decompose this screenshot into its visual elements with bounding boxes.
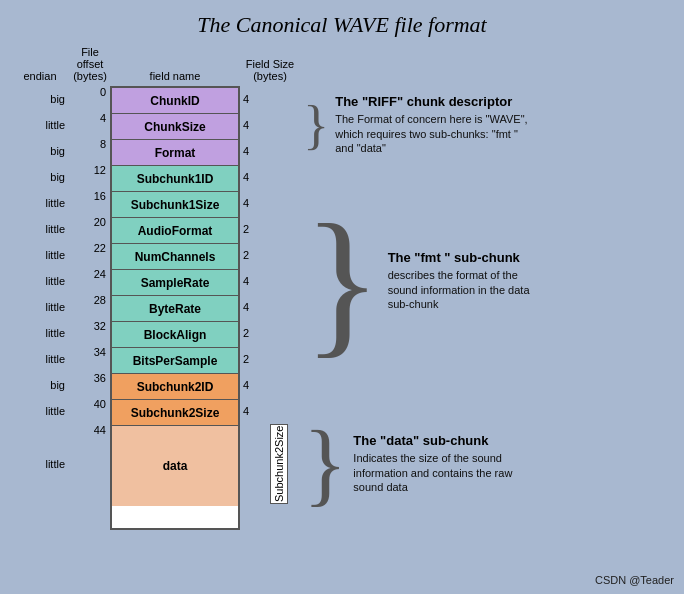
- endian-cell: little: [10, 346, 70, 372]
- size-cell: 4: [240, 164, 270, 190]
- annotation-title: The "fmt " sub-chunk: [388, 250, 533, 265]
- size-cell: 4: [240, 112, 270, 138]
- size-cell: 2: [240, 242, 270, 268]
- endian-cell: big: [10, 164, 70, 190]
- size-cell: 4: [240, 138, 270, 164]
- endian-cell: big: [10, 86, 70, 112]
- annotation-desc: Indicates the size of the sound informat…: [353, 451, 533, 496]
- annotation-text: The "fmt " sub-chunkdescribes the format…: [388, 250, 533, 313]
- offset-cell: 8: [70, 138, 110, 164]
- size-cell: 4: [240, 190, 270, 216]
- offset-cell: 12: [70, 164, 110, 190]
- endian-cell: little: [10, 268, 70, 294]
- annotation-title: The "RIFF" chunk descriptor: [335, 94, 533, 109]
- size-cell: 4: [240, 398, 270, 424]
- field-cell: Subchunk2Size: [112, 400, 238, 426]
- offset-column: 0481216202224283234364044: [70, 86, 110, 530]
- annotation-text: The "RIFF" chunk descriptorThe Format of…: [335, 94, 533, 157]
- annotation-block-riff: }The "RIFF" chunk descriptorThe Format o…: [303, 86, 533, 164]
- field-cell: Subchunk2ID: [112, 374, 238, 400]
- size-cell: 2: [240, 216, 270, 242]
- annotation-block-fmt: }The "fmt " sub-chunkdescribes the forma…: [303, 164, 533, 398]
- field-cell: Format: [112, 140, 238, 166]
- field-col-header: field name: [110, 70, 240, 82]
- field-cell: NumChannels: [112, 244, 238, 270]
- endian-cell: big: [10, 372, 70, 398]
- offset-cell: 4: [70, 112, 110, 138]
- endian-cell: little: [10, 112, 70, 138]
- offset-cell: 28: [70, 294, 110, 320]
- size-cell: [240, 424, 270, 504]
- offset-cell: 20: [70, 216, 110, 242]
- offset-cell: 36: [70, 372, 110, 398]
- offset-cell: 34: [70, 346, 110, 372]
- offset-cell: 40: [70, 398, 110, 424]
- offset-cell: 24: [70, 268, 110, 294]
- annotation-title: The "data" sub-chunk: [353, 433, 533, 448]
- offset-cell: 32: [70, 320, 110, 346]
- offset-cell: 16: [70, 190, 110, 216]
- bracket-icon: }: [303, 199, 382, 363]
- field-column: ChunkIDChunkSizeFormatSubchunk1IDSubchun…: [110, 86, 240, 530]
- endian-cell: little: [10, 294, 70, 320]
- subchunk2size-vertical-label: Subchunk2Size: [270, 424, 288, 504]
- size-cell: 4: [240, 294, 270, 320]
- page-title: The Canonical WAVE file format: [0, 0, 684, 46]
- offset-cell: 22: [70, 242, 110, 268]
- size-cell: 4: [240, 268, 270, 294]
- wave-table: biglittlebigbiglittlelittlelittlelittlel…: [0, 86, 684, 530]
- endian-col-header: endian: [10, 70, 70, 82]
- annotation-desc: The Format of concern here is "WAVE", wh…: [335, 112, 533, 157]
- endian-cell: little: [10, 424, 70, 504]
- field-cell: Subchunk1Size: [112, 192, 238, 218]
- field-cell: ChunkSize: [112, 114, 238, 140]
- endian-cell: little: [10, 216, 70, 242]
- endian-cell: little: [10, 190, 70, 216]
- field-cell: ByteRate: [112, 296, 238, 322]
- annotation-block-data: }The "data" sub-chunkIndicates the size …: [303, 398, 533, 530]
- endian-cell: big: [10, 138, 70, 164]
- offset-cell: 44: [70, 424, 110, 504]
- field-cell: BitsPerSample: [112, 348, 238, 374]
- endian-cell: little: [10, 242, 70, 268]
- size-cell: 4: [240, 372, 270, 398]
- field-cell: data: [112, 426, 238, 506]
- endian-cell: little: [10, 398, 70, 424]
- size-cell: 2: [240, 320, 270, 346]
- bracket-icon: }: [303, 98, 329, 153]
- bracket-icon: }: [303, 418, 347, 510]
- offset-cell: 0: [70, 86, 110, 112]
- size-cell: 4: [240, 86, 270, 112]
- field-cell: AudioFormat: [112, 218, 238, 244]
- field-cell: Subchunk1ID: [112, 166, 238, 192]
- annotation-desc: describes the format of the sound inform…: [388, 268, 533, 313]
- size-column: 4444422442244: [240, 86, 270, 530]
- endian-column: biglittlebigbiglittlelittlelittlelittlel…: [10, 86, 70, 530]
- annotations-panel: }The "RIFF" chunk descriptorThe Format o…: [303, 86, 533, 530]
- annotation-text: The "data" sub-chunkIndicates the size o…: [353, 433, 533, 496]
- field-cell: SampleRate: [112, 270, 238, 296]
- field-cell: ChunkID: [112, 88, 238, 114]
- size-cell: 2: [240, 346, 270, 372]
- endian-cell: little: [10, 320, 70, 346]
- field-cell: BlockAlign: [112, 322, 238, 348]
- watermark: CSDN @Teader: [595, 574, 674, 586]
- offset-col-header: File offset(bytes): [70, 46, 110, 82]
- size-col-header: Field Size(bytes): [240, 58, 300, 82]
